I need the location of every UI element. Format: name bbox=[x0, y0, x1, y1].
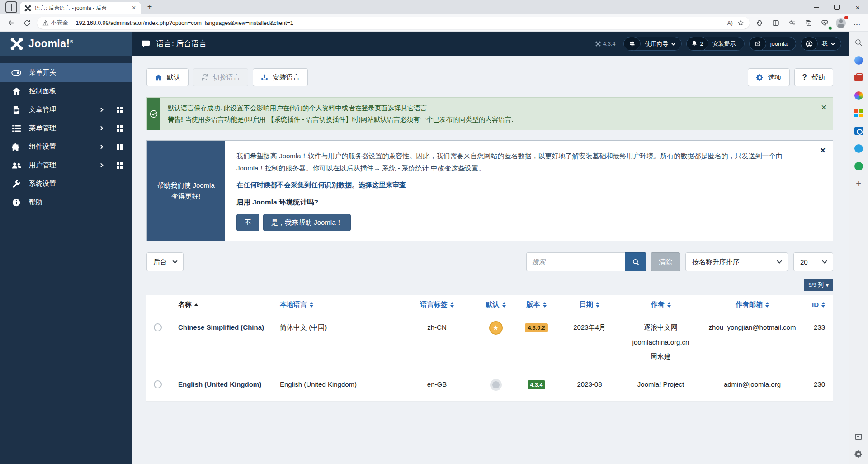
language-author: Joomla! Project bbox=[621, 370, 700, 402]
options-button[interactable]: 选项 bbox=[748, 68, 790, 86]
skype-icon[interactable] bbox=[853, 143, 864, 154]
ms-yellow bbox=[859, 114, 863, 117]
sort-header-date[interactable]: 日期 bbox=[580, 300, 599, 309]
external-link-icon bbox=[749, 37, 766, 51]
maximize-button[interactable] bbox=[826, 0, 847, 14]
sort-header-native[interactable]: 本地语言 bbox=[280, 300, 313, 309]
user-menu-pill[interactable]: 我 bbox=[801, 37, 841, 51]
favorites-icon[interactable] bbox=[786, 17, 798, 29]
close-window-button[interactable]: × bbox=[847, 0, 868, 14]
stats-yes-button[interactable]: 是，我来帮助 Joomla！ bbox=[263, 214, 351, 231]
user-icon bbox=[801, 37, 818, 51]
url-text[interactable]: 192.168.0.99/administrator/index.php?opt… bbox=[76, 20, 724, 26]
language-name: Chinese Simplified (China) bbox=[178, 323, 264, 331]
split-screen-icon[interactable] bbox=[769, 17, 782, 29]
add-app-icon[interactable]: + bbox=[853, 178, 864, 189]
sidebar-item-menu-toggle[interactable]: 菜单开关 bbox=[0, 63, 132, 82]
microsoft-365-icon[interactable] bbox=[853, 108, 864, 118]
browser-tab[interactable]: 语言: 后台语言 - joomla - 后台 × bbox=[20, 2, 141, 14]
designer-icon[interactable] bbox=[853, 161, 864, 171]
image-creator-icon[interactable] bbox=[853, 90, 864, 101]
client-select[interactable]: 后台 bbox=[146, 252, 184, 271]
dashboard-grid-icon[interactable] bbox=[117, 144, 123, 150]
dashboard-grid-icon[interactable] bbox=[117, 125, 123, 132]
switch-language-button[interactable]: 切换语言 bbox=[193, 68, 248, 86]
alert-close-icon[interactable]: × bbox=[815, 98, 833, 130]
sort-header-email[interactable]: 作者邮箱 bbox=[736, 300, 769, 309]
home-icon bbox=[155, 74, 162, 81]
filter-bar: 后台 清除 按名称升序排序 bbox=[146, 252, 833, 271]
stats-close-icon[interactable]: × bbox=[820, 145, 826, 156]
sort-header-author[interactable]: 作者 bbox=[651, 300, 671, 309]
sort-header-default[interactable]: 默认 bbox=[486, 300, 506, 309]
sidebar-item-system[interactable]: 系统设置 bbox=[0, 175, 132, 193]
default-button[interactable]: 默认 bbox=[146, 68, 189, 86]
stats-review-link[interactable]: 在任何时候都不会采集到任何识别数据。选择这里来审查 bbox=[236, 181, 406, 189]
security-warning[interactable]: 不安全 bbox=[42, 19, 68, 27]
sort-both-icon bbox=[765, 302, 769, 308]
browser-menu-icon[interactable]: … bbox=[851, 17, 863, 29]
install-language-button[interactable]: 安装语言 bbox=[253, 68, 308, 86]
sort-header-name[interactable]: 名称 bbox=[178, 300, 198, 309]
table-row: Chinese Simplified (China) 简体中文 (中国) zh-… bbox=[146, 314, 833, 370]
new-tab-button[interactable]: + bbox=[144, 1, 156, 13]
columns-dropdown-badge[interactable]: 9/9 列▾ bbox=[804, 279, 833, 291]
read-aloud-icon[interactable]: A) bbox=[727, 20, 733, 26]
sidebar-item-menus[interactable]: 菜单管理 bbox=[0, 119, 132, 137]
dashboard-grid-icon[interactable] bbox=[117, 162, 123, 169]
notifications-pill[interactable]: 2 安装提示 bbox=[686, 37, 744, 51]
joomla-logo[interactable]: Joomla!® bbox=[0, 32, 132, 56]
refresh-icon[interactable] bbox=[21, 17, 33, 29]
check-circle-icon bbox=[150, 110, 158, 118]
default-star-button[interactable]: ★ bbox=[489, 321, 503, 335]
search-button[interactable] bbox=[625, 252, 646, 271]
site-preview-pill[interactable]: joomla bbox=[749, 37, 796, 51]
table-header-row: 名称 本地语言 语言标签 默认 版本 日期 作者 作者邮箱 ID bbox=[146, 295, 833, 314]
limit-select[interactable]: 20 bbox=[793, 252, 833, 271]
address-bar[interactable]: 不安全 192.168.0.99/administrator/index.php… bbox=[37, 17, 750, 29]
set-default-button[interactable] bbox=[490, 379, 502, 391]
sidebar-settings-icon[interactable] bbox=[853, 449, 864, 459]
extensions-icon[interactable] bbox=[753, 17, 766, 29]
row-radio[interactable] bbox=[154, 380, 162, 388]
dashboard-grid-icon[interactable] bbox=[117, 107, 123, 113]
back-icon[interactable] bbox=[5, 17, 17, 29]
copilot-icon[interactable] bbox=[853, 55, 864, 66]
sort-header-tag[interactable]: 语言标签 bbox=[420, 300, 454, 309]
sidebar-panel-icon[interactable] bbox=[853, 431, 864, 442]
signpost-icon bbox=[623, 37, 641, 51]
minimize-button[interactable] bbox=[806, 0, 826, 14]
tools-icon[interactable] bbox=[853, 72, 864, 83]
help-button[interactable]: ? 帮助 bbox=[794, 68, 833, 86]
sort-header-id[interactable]: ID bbox=[812, 301, 825, 308]
bookmark-star-icon[interactable] bbox=[737, 19, 744, 26]
collections-icon[interactable] bbox=[802, 17, 815, 29]
tab-actions-icon[interactable] bbox=[5, 1, 17, 13]
sidebar-item-content[interactable]: 文章管理 bbox=[0, 100, 132, 119]
search-input[interactable] bbox=[526, 252, 625, 271]
puzzle-icon bbox=[11, 143, 21, 151]
guided-tour-pill[interactable]: 使用向导 bbox=[623, 37, 682, 51]
browser-essentials-icon[interactable] bbox=[818, 17, 831, 29]
outlook-icon[interactable] bbox=[853, 125, 864, 136]
sidebar-search-icon[interactable] bbox=[853, 37, 864, 48]
row-radio[interactable] bbox=[154, 323, 162, 331]
ms-red bbox=[854, 109, 858, 113]
stats-no-button[interactable]: 不 bbox=[236, 214, 259, 231]
sidebar-item-dashboard[interactable]: 控制面板 bbox=[0, 82, 132, 100]
sidebar-item-help[interactable]: 帮助 bbox=[0, 193, 132, 212]
panel-glyph bbox=[855, 434, 862, 440]
window-controls: × bbox=[806, 0, 868, 14]
sort-header-version[interactable]: 版本 bbox=[527, 300, 547, 309]
sidebar-item-users[interactable]: 用户管理 bbox=[0, 156, 132, 175]
version-badge: 4.3.0.2 bbox=[525, 323, 547, 332]
sidebar-item-components[interactable]: 组件设置 bbox=[0, 137, 132, 156]
chevron-down-icon bbox=[671, 41, 676, 45]
wrench-icon bbox=[11, 180, 21, 188]
tab-close-icon[interactable]: × bbox=[130, 5, 137, 12]
profile-avatar[interactable] bbox=[835, 17, 847, 29]
sort-both-icon bbox=[596, 302, 599, 308]
sort-select[interactable]: 按名称升序排序 bbox=[685, 252, 788, 271]
sort-asc-icon bbox=[194, 303, 198, 306]
clear-button[interactable]: 清除 bbox=[651, 252, 680, 271]
